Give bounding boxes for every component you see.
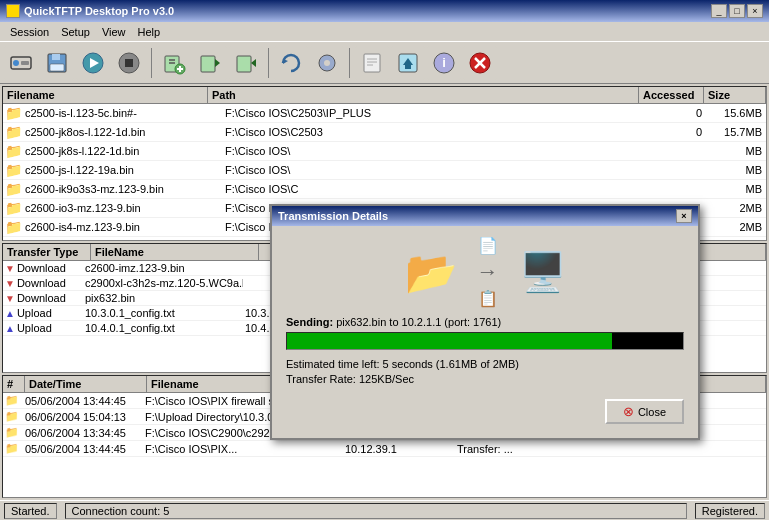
app-icon (6, 4, 20, 18)
toolbar-play-btn[interactable] (76, 46, 110, 80)
toolbar-save-btn[interactable] (40, 46, 74, 80)
svg-text:i: i (442, 55, 446, 70)
menu-help[interactable]: Help (132, 25, 167, 39)
svg-marker-19 (251, 59, 256, 67)
sending-label-text: Sending: (286, 316, 333, 328)
refresh-icon (279, 51, 303, 75)
estimated-label: Estimated time left: (286, 358, 380, 370)
source-folder-icon: 📂 (405, 248, 457, 297)
svg-point-1 (13, 60, 19, 66)
svg-point-22 (324, 60, 330, 66)
import-icon (198, 51, 222, 75)
toolbar-upload-btn[interactable] (391, 46, 425, 80)
rate-label: Transfer Rate: (286, 373, 356, 385)
close-btn-icon: ⊗ (623, 404, 634, 419)
toolbar-refresh-btn[interactable] (274, 46, 308, 80)
title-bar-buttons: _ □ × (711, 4, 763, 18)
close-btn-label: Close (638, 406, 666, 418)
dialog-close-button[interactable]: ⊗ Close (605, 399, 684, 424)
estimated-value: 5 seconds (1.61MB of 2MB) (383, 358, 519, 370)
sending-value-text: pix632.bin to 10.2.1.1 (port: 1761) (336, 316, 501, 328)
svg-rect-18 (237, 56, 251, 72)
toolbar: i (0, 42, 769, 84)
toolbar-sep-2 (268, 48, 269, 78)
progress-bar-container (286, 332, 684, 350)
svg-rect-4 (52, 54, 60, 60)
menu-view[interactable]: View (96, 25, 132, 39)
dialog-title-text: Transmission Details (278, 210, 388, 222)
rate-value: 125KB/Sec (359, 373, 414, 385)
new-doc-icon (360, 51, 384, 75)
dialog-icons: 📂 📄 → 📋 🖥️ (286, 236, 684, 308)
svg-rect-16 (201, 56, 215, 72)
status-registered-text: Registered. (702, 505, 758, 517)
toolbar-new-btn[interactable] (355, 46, 389, 80)
toolbar-settings-btn[interactable] (310, 46, 344, 80)
title-bar-left: QuickTFTP Desktop Pro v3.0 (6, 4, 174, 18)
dialog-body: 📂 📄 → 📋 🖥️ Sending: pix632.bin to 10.2.1… (272, 226, 698, 438)
toolbar-add-btn[interactable] (157, 46, 191, 80)
dialog-stats: Estimated time left: 5 seconds (1.61MB o… (286, 358, 684, 385)
transfer-arrows: 📄 → 📋 (477, 236, 499, 308)
title-bar: QuickTFTP Desktop Pro v3.0 _ □ × (0, 0, 769, 22)
toolbar-info-btn[interactable]: i (427, 46, 461, 80)
toolbar-stop-btn[interactable] (112, 46, 146, 80)
connect-icon (9, 51, 33, 75)
maximize-button[interactable]: □ (729, 4, 745, 18)
save-icon (45, 51, 69, 75)
status-started-text: Started. (11, 505, 50, 517)
info-icon: i (432, 51, 456, 75)
svg-rect-5 (50, 64, 64, 71)
settings-icon (315, 51, 339, 75)
svg-rect-29 (405, 65, 411, 69)
menu-bar: Session Setup View Help (0, 22, 769, 42)
toolbar-close-btn[interactable] (463, 46, 497, 80)
close-red-icon (468, 51, 492, 75)
status-connection: Connection count: 5 (65, 503, 687, 519)
toolbar-sep-1 (151, 48, 152, 78)
svg-marker-17 (215, 59, 220, 67)
transfer-rate-row: Transfer Rate: 125KB/Sec (286, 373, 684, 385)
status-started: Started. (4, 503, 57, 519)
menu-session[interactable]: Session (4, 25, 55, 39)
estimated-time-row: Estimated time left: 5 seconds (1.61MB o… (286, 358, 684, 370)
progress-bar-fill (287, 333, 612, 349)
svg-rect-23 (364, 54, 380, 72)
stop-icon (117, 51, 141, 75)
svg-rect-2 (21, 61, 29, 65)
transmission-details-dialog: Transmission Details × 📂 📄 → 📋 🖥️ Sendin… (270, 204, 700, 440)
arrow-right-icon: → (477, 259, 499, 285)
close-window-button[interactable]: × (747, 4, 763, 18)
upload-icon (396, 51, 420, 75)
dialog-close-x-button[interactable]: × (676, 209, 692, 223)
app-title: QuickTFTP Desktop Pro v3.0 (24, 5, 174, 17)
toolbar-sep-3 (349, 48, 350, 78)
paper-fly-1-icon: 📄 (478, 236, 498, 255)
status-connection-text: Connection count: 5 (72, 505, 170, 517)
dialog-overlay: Transmission Details × 📂 📄 → 📋 🖥️ Sendin… (0, 84, 769, 500)
main-area: Filename Path Accessed Size 📁 c2500-is-l… (0, 84, 769, 500)
svg-marker-20 (283, 59, 288, 64)
dialog-title-bar: Transmission Details × (272, 206, 698, 226)
status-registered: Registered. (695, 503, 765, 519)
menu-setup[interactable]: Setup (55, 25, 96, 39)
export-icon (234, 51, 258, 75)
status-bar: Started. Connection count: 5 Registered. (0, 500, 769, 520)
toolbar-import-btn[interactable] (193, 46, 227, 80)
svg-rect-9 (125, 59, 133, 67)
destination-monitor-icon: 🖥️ (519, 250, 566, 294)
toolbar-export-btn[interactable] (229, 46, 263, 80)
play-icon (81, 51, 105, 75)
paper-fly-2-icon: 📋 (478, 289, 498, 308)
sending-label: Sending: pix632.bin to 10.2.1.1 (port: 1… (286, 316, 684, 328)
add-icon (162, 51, 186, 75)
toolbar-connect-btn[interactable] (4, 46, 38, 80)
minimize-button[interactable]: _ (711, 4, 727, 18)
dialog-footer: ⊗ Close (286, 395, 684, 428)
